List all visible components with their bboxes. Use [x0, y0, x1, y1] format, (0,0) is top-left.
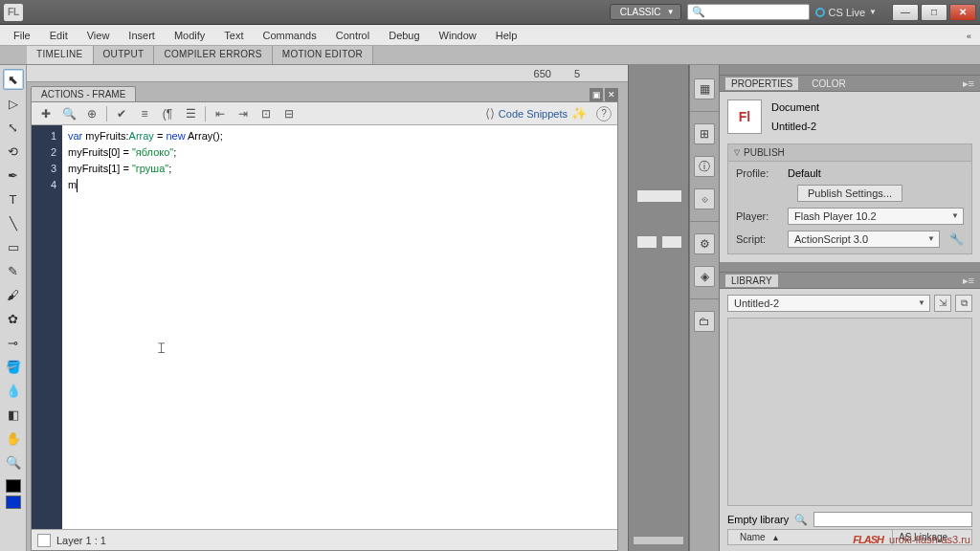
- menu-bar: File Edit View Insert Modify Text Comman…: [0, 25, 980, 46]
- actions-tab[interactable]: ACTIONS - FRAME: [31, 86, 136, 101]
- menu-debug[interactable]: Debug: [379, 27, 429, 44]
- menu-help[interactable]: Help: [486, 27, 527, 44]
- stage-control[interactable]: [636, 235, 657, 249]
- code-snippets-button[interactable]: Code Snippets: [499, 108, 568, 120]
- zoom-tool-icon[interactable]: 🔍: [3, 452, 24, 473]
- paint-bucket-tool-icon[interactable]: 🪣: [3, 356, 24, 377]
- tab-output[interactable]: OUTPUT: [94, 46, 155, 64]
- hand-tool-icon[interactable]: ✋: [3, 428, 24, 449]
- menu-commands[interactable]: Commands: [253, 27, 325, 44]
- ibeam-cursor-icon: 𝙸: [156, 340, 167, 357]
- uncomment-icon[interactable]: ⊟: [280, 105, 298, 122]
- subselection-tool-icon[interactable]: ▷: [3, 93, 24, 114]
- panel-expand-icon[interactable]: ▣: [590, 88, 603, 101]
- cs-live[interactable]: CS Live ▼: [815, 7, 877, 18]
- menu-control[interactable]: Control: [326, 27, 379, 44]
- menu-view[interactable]: View: [78, 27, 120, 44]
- separator: [106, 106, 107, 121]
- minimize-button[interactable]: —: [892, 4, 919, 21]
- deco-tool-icon[interactable]: ✿: [3, 308, 24, 329]
- collapse-icon[interactable]: «: [957, 29, 976, 42]
- menu-insert[interactable]: Insert: [119, 27, 165, 44]
- empty-library-label: Empty library: [727, 514, 789, 525]
- help-icon[interactable]: ?: [596, 106, 612, 121]
- panel-dock: ▦ ⊞ ⓘ ⟐ ⚙ ◈ 🗀: [689, 65, 720, 551]
- menu-window[interactable]: Window: [430, 27, 486, 44]
- menu-text[interactable]: Text: [214, 27, 253, 44]
- eraser-tool-icon[interactable]: ◧: [3, 404, 24, 425]
- pen-tool-icon[interactable]: ✒: [3, 165, 24, 186]
- expand-icon[interactable]: ⇥: [234, 105, 252, 122]
- scrollbar[interactable]: [633, 536, 684, 545]
- tab-compiler-errors[interactable]: COMPILER ERRORS: [154, 46, 272, 64]
- publish-settings-button[interactable]: Publish Settings...: [797, 185, 902, 202]
- title-bar: FL CLASSIC 🔍 CS Live ▼ — □ ✕: [0, 0, 980, 25]
- auto-format-icon[interactable]: ≡: [136, 105, 153, 122]
- comment-icon[interactable]: ⊡: [257, 105, 275, 122]
- panel-close-icon[interactable]: ✕: [605, 88, 618, 101]
- free-transform-tool-icon[interactable]: ⤡: [3, 117, 24, 138]
- rectangle-tool-icon[interactable]: ▭: [3, 236, 24, 257]
- player-select[interactable]: Flash Player 10.2: [788, 208, 964, 225]
- stroke-color-swatch[interactable]: [6, 479, 21, 493]
- workspace-selector[interactable]: CLASSIC: [610, 4, 681, 20]
- tab-library[interactable]: LIBRARY: [725, 275, 778, 287]
- col-name[interactable]: Name ▴: [728, 530, 893, 544]
- eyedropper-tool-icon[interactable]: 💧: [3, 380, 24, 401]
- script-nav-icon[interactable]: [37, 534, 51, 547]
- align-icon[interactable]: ⊞: [694, 123, 715, 144]
- library-preview: [727, 318, 972, 506]
- components-icon[interactable]: ⚙: [694, 233, 715, 254]
- tab-motion-editor[interactable]: MOTION EDITOR: [273, 46, 373, 64]
- debug-icon[interactable]: ☰: [182, 105, 199, 122]
- add-item-icon[interactable]: ✚: [37, 105, 55, 122]
- publish-section-header[interactable]: PUBLISH: [728, 144, 971, 162]
- code-area[interactable]: var myFruits:Array = new Array(); myFrui…: [62, 125, 617, 529]
- maximize-button[interactable]: □: [921, 4, 947, 21]
- panel-menu-icon[interactable]: ▸≡: [963, 77, 974, 90]
- col-linkage[interactable]: AS Linkage: [893, 530, 971, 544]
- search-input[interactable]: [709, 7, 805, 18]
- script-settings-icon[interactable]: 🔧: [949, 232, 964, 246]
- zoom-field[interactable]: [636, 189, 682, 203]
- code-editor[interactable]: 1 2 3 4 var myFruits:Array = new Array()…: [32, 125, 617, 529]
- selection-tool-icon[interactable]: ⬉: [3, 69, 24, 90]
- menu-modify[interactable]: Modify: [165, 27, 214, 44]
- swatches-icon[interactable]: ▦: [694, 78, 715, 99]
- pencil-tool-icon[interactable]: ✎: [3, 260, 24, 281]
- info-icon[interactable]: ⓘ: [694, 156, 715, 177]
- script-select[interactable]: ActionScript 3.0: [788, 231, 940, 248]
- ruler-mark: 5: [574, 68, 580, 79]
- new-library-icon[interactable]: ⧉: [955, 295, 972, 312]
- pin-icon[interactable]: ⇲: [934, 295, 951, 312]
- motion-presets-icon[interactable]: ◈: [694, 266, 715, 287]
- brush-tool-icon[interactable]: 🖌: [3, 284, 24, 305]
- collapse-icon[interactable]: ⇤: [212, 105, 229, 122]
- target-icon[interactable]: ⊕: [83, 105, 100, 122]
- lasso-tool-icon[interactable]: ⟲: [3, 141, 24, 162]
- menu-edit[interactable]: Edit: [40, 27, 78, 44]
- find-icon[interactable]: 🔍: [60, 105, 78, 122]
- search-icon: 🔍: [794, 514, 808, 526]
- search-box[interactable]: 🔍: [687, 4, 810, 20]
- check-syntax-icon[interactable]: ✔: [113, 105, 130, 122]
- library-document-select[interactable]: Untitled-2: [727, 295, 930, 312]
- menu-file[interactable]: File: [4, 27, 40, 44]
- close-button[interactable]: ✕: [949, 4, 976, 21]
- tab-color[interactable]: COLOR: [806, 77, 852, 90]
- project-icon[interactable]: 🗀: [694, 311, 715, 332]
- script-assist-icon[interactable]: ✨: [571, 106, 587, 121]
- line-tool-icon[interactable]: ╲: [3, 212, 24, 233]
- stage-control[interactable]: [661, 235, 682, 249]
- library-search-input[interactable]: [813, 512, 972, 527]
- bone-tool-icon[interactable]: ⊸: [3, 332, 24, 353]
- tab-timeline[interactable]: TIMELINE: [27, 46, 94, 64]
- tab-properties[interactable]: PROPERTIES: [725, 77, 798, 90]
- show-hint-icon[interactable]: (¶: [159, 105, 176, 122]
- fill-color-swatch[interactable]: [6, 496, 21, 509]
- panel-menu-icon[interactable]: ▸≡: [963, 275, 974, 287]
- ruler-mark: 650: [534, 68, 551, 79]
- transform-icon[interactable]: ⟐: [694, 188, 715, 209]
- text-tool-icon[interactable]: T: [3, 188, 24, 209]
- profile-value: Default: [788, 167, 821, 179]
